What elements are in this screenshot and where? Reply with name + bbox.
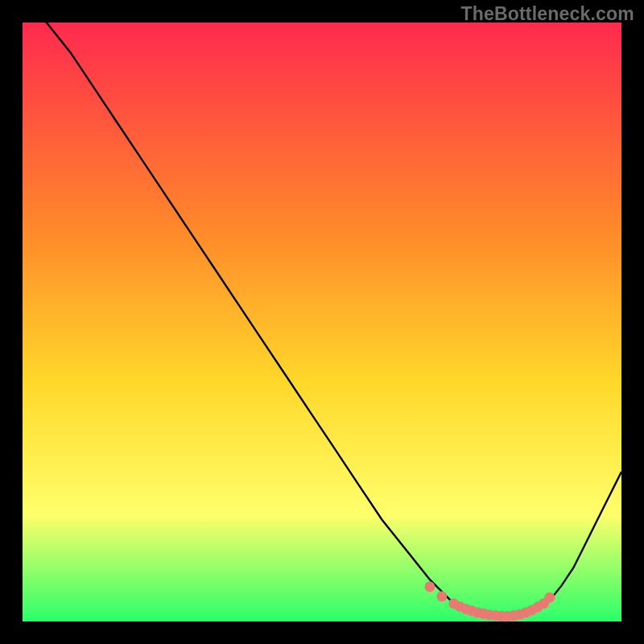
min-point (544, 592, 555, 603)
min-point (436, 591, 447, 601)
bottleneck-chart (23, 23, 621, 621)
watermark-text: TheBottleneck.com (460, 3, 634, 25)
gradient-background (23, 23, 621, 621)
chart-container: TheBottleneck.com (0, 0, 644, 644)
plot-area (23, 23, 621, 621)
min-point (424, 581, 435, 592)
